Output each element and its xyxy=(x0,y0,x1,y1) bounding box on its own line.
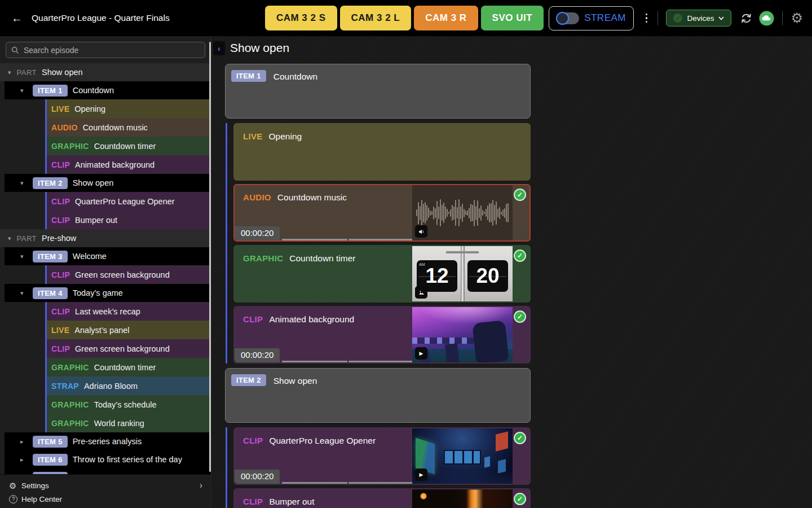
caret-right-icon[interactable]: ▸ xyxy=(20,439,26,445)
sync-refresh-icon[interactable] xyxy=(740,12,753,25)
part-tag: PART xyxy=(17,234,37,243)
sidebar-asset-row[interactable]: CLIPGreen screen background xyxy=(45,339,211,358)
media-play-icon[interactable]: ▶ xyxy=(415,347,427,360)
asset-card-title: Countdown timer xyxy=(289,253,355,264)
sidebar-asset-row[interactable]: GRAPHICCountdown timer xyxy=(45,137,211,155)
panel-header: ‹ Show open xyxy=(212,36,812,60)
asset-card[interactable]: CLIPAnimated background▶00:00:20✓ xyxy=(233,306,531,364)
cam-button-1[interactable]: CAM 3 2 S xyxy=(265,6,337,30)
sidebar-item-row[interactable]: ▾ITEM 3Welcome xyxy=(5,247,211,265)
caret-down-icon[interactable]: ▾ xyxy=(8,235,11,242)
asset-card-title: QuarterPro League Opener xyxy=(269,436,376,446)
settings-gear-icon[interactable]: ⚙ xyxy=(791,11,803,25)
chevron-down-icon xyxy=(718,16,724,20)
caret-right-icon[interactable]: ▸ xyxy=(20,457,26,463)
devices-button[interactable]: ✓ Devices xyxy=(666,10,731,27)
item-card-title: Countdown xyxy=(273,72,317,82)
duration-badge: 00:00:20 xyxy=(235,348,280,362)
divider xyxy=(657,11,658,25)
asset-card[interactable]: AUDIOCountdown music00:00:20✓ xyxy=(233,184,531,242)
caret-down-icon[interactable]: ▾ xyxy=(20,87,26,94)
rundown-panel: ‹ Show open ITEM 1CountdownLIVEOpeningAU… xyxy=(212,36,812,508)
asset-card-title: Bumper out xyxy=(269,497,314,507)
asset-card[interactable]: GRAPHICCountdown timerAM1220✓ xyxy=(233,245,531,303)
sidebar-asset-row[interactable]: GRAPHICWorld ranking xyxy=(45,414,211,432)
item-card[interactable]: ITEM 2Show open xyxy=(225,368,531,423)
sidebar-asset-row[interactable]: CLIPQuarterPro League Opener xyxy=(45,192,211,211)
media-image-icon[interactable] xyxy=(415,286,427,299)
sidebar-part-row[interactable]: ▾PARTPre-show xyxy=(0,229,211,247)
asset-title: Green screen background xyxy=(75,344,170,353)
cam-button-3[interactable]: CAM 3 R xyxy=(414,6,478,30)
cam-button-4[interactable]: SVO UIT xyxy=(481,6,544,30)
sidebar-item-row[interactable]: ▸ITEM 6Throw to first series of the day xyxy=(5,450,211,468)
collapse-panel-button[interactable]: ‹ xyxy=(213,41,225,55)
sidebar-asset-row[interactable]: LIVEOpening xyxy=(45,99,211,118)
cloud-status-icon[interactable] xyxy=(759,11,774,26)
asset-title: World ranking xyxy=(94,419,144,428)
sidebar-asset-row[interactable]: GRAPHICToday’s schedule xyxy=(45,395,211,414)
ready-check-icon: ✓ xyxy=(514,189,526,201)
search-icon xyxy=(11,46,19,54)
sidebar-asset-row[interactable]: CLIPBumper out xyxy=(45,211,211,229)
asset-card[interactable]: CLIPBumper out▶✓ xyxy=(233,488,531,508)
sidebar-asset-row[interactable]: CLIPLast week’s recap xyxy=(45,302,211,321)
asset-group: LIVEOpeningAUDIOCountdown music00:00:20✓… xyxy=(226,123,531,364)
asset-type-label: CLIP xyxy=(51,216,70,225)
sidebar-item-row[interactable]: ▾ITEM 2Show open xyxy=(5,174,211,192)
caret-down-icon[interactable]: ▾ xyxy=(20,180,26,186)
asset-card[interactable]: LIVEOpening xyxy=(233,123,531,181)
asset-title: Countdown timer xyxy=(94,142,156,151)
asset-type-label: CLIP xyxy=(243,497,263,506)
stream-switch-knob[interactable] xyxy=(556,12,569,25)
asset-type-label: CLIP xyxy=(51,197,70,206)
sidebar-item-row[interactable]: ▸ITEM 5Pre-series analysis xyxy=(5,432,211,450)
cam-button-2[interactable]: CAM 3 2 L xyxy=(340,6,412,30)
sidebar-item-row[interactable]: ▾ITEM 4Today’s game xyxy=(5,284,211,302)
asset-title: Adriano Bloom xyxy=(84,382,138,391)
back-arrow-icon[interactable]: ← xyxy=(11,12,23,25)
item-title: Throw to first series of the day xyxy=(73,455,182,464)
sidebar-asset-row[interactable]: AUDIOCountdown music xyxy=(45,118,211,137)
panel-title: Show open xyxy=(230,41,289,55)
divider xyxy=(782,11,783,25)
sidebar-scrollbar[interactable] xyxy=(209,42,211,472)
sidebar-asset-row[interactable]: STRAPAdriano Bloom xyxy=(45,376,211,395)
card-list: ITEM 1CountdownLIVEOpeningAUDIOCountdown… xyxy=(225,64,531,508)
item-badge: ITEM 1 xyxy=(33,85,68,97)
asset-title: QuarterPro League Opener xyxy=(75,197,175,206)
asset-card[interactable]: CLIPQuarterPro League Opener▶00:00:20✓ xyxy=(233,427,531,485)
more-options-kebab-icon[interactable] xyxy=(643,11,650,25)
sidebar-asset-row[interactable]: CLIPAnimated background xyxy=(45,155,211,174)
chevron-left-icon: ‹ xyxy=(218,43,220,53)
sidebar-item-row[interactable]: ▾ITEM 1Countdown xyxy=(5,81,211,99)
caret-down-icon[interactable]: ▾ xyxy=(20,253,26,260)
asset-title: Opening xyxy=(74,104,105,113)
sidebar-asset-row[interactable]: CLIPGreen screen background xyxy=(45,265,211,284)
search-input[interactable] xyxy=(24,46,200,55)
caret-down-icon[interactable]: ▾ xyxy=(8,69,11,76)
asset-type-label: GRAPHIC xyxy=(51,400,89,409)
item-card[interactable]: ITEM 1Countdown xyxy=(225,64,531,119)
stream-switch-track[interactable] xyxy=(557,12,579,24)
search-box xyxy=(6,42,205,58)
media-play-icon[interactable]: ▶ xyxy=(415,468,427,481)
caret-down-icon[interactable]: ▾ xyxy=(20,290,26,296)
sidebar-part-row[interactable]: ▾PARTShow open xyxy=(0,63,211,81)
asset-title: Animated background xyxy=(75,160,155,169)
topbar-actions: CAM 3 2 SCAM 3 2 LCAM 3 RSVO UIT STREAM … xyxy=(262,6,805,30)
asset-type-label: CLIP xyxy=(243,436,263,445)
top-bar: ← QuarterPro League - Quarter Finals CAM… xyxy=(0,0,812,36)
media-speaker-icon[interactable] xyxy=(415,225,427,238)
asset-title: Analyst’s panel xyxy=(74,326,129,335)
help-center-button[interactable]: ? Help Center xyxy=(0,492,211,506)
item-title: Welcome xyxy=(73,252,107,261)
item-title: Pre-series analysis xyxy=(73,437,142,446)
settings-button[interactable]: ⚙ Settings › xyxy=(0,479,211,492)
sidebar-asset-row[interactable]: GRAPHICCountdown timer xyxy=(45,358,211,376)
sidebar-asset-row[interactable]: LIVEAnalyst’s panel xyxy=(45,321,211,339)
devices-label: Devices xyxy=(687,14,714,23)
stream-toggle[interactable]: STREAM xyxy=(549,6,634,30)
help-icon: ? xyxy=(9,495,17,503)
item-title: Show open xyxy=(73,178,114,187)
